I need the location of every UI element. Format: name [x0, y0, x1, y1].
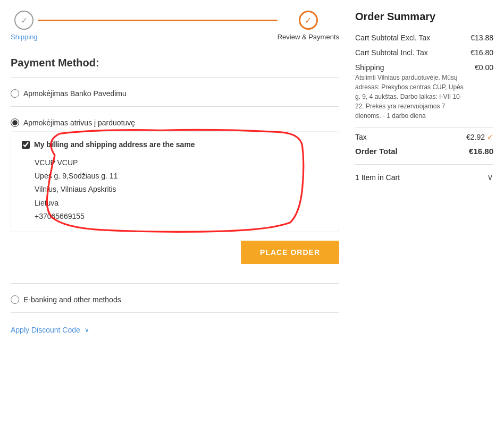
- item-cart-label: 1 Item in Cart: [355, 173, 400, 182]
- subtotal-excl-row: Cart Subtotal Excl. Tax €13.88: [355, 33, 493, 42]
- stepper: ✓ Shipping ✓ Review & Payments: [11, 11, 339, 41]
- divider-2: [11, 283, 339, 284]
- billing-same-label: My billing and shipping address are the …: [34, 140, 195, 149]
- tax-value: €2.92: [466, 133, 485, 141]
- subtotal-incl-row: Cart Subtotal Incl. Tax €16.80: [355, 48, 493, 57]
- item-cart-row[interactable]: 1 Item in Cart ∨: [355, 164, 493, 184]
- discount-code-row[interactable]: Apply Discount Code ∨: [11, 318, 339, 342]
- summary-divider: [355, 127, 493, 128]
- item-cart-chevron-icon: ∨: [487, 172, 493, 182]
- payment-pickup-label: Apmokėjimas atrivus į parduotuvę: [23, 118, 135, 127]
- subtotal-incl-value: €16.80: [471, 48, 493, 57]
- address-city: Vilnius, Vilniaus Apskritis: [35, 183, 328, 196]
- place-order-row: PLACE ORDER: [11, 241, 339, 264]
- radio-bank[interactable]: [11, 89, 19, 98]
- radio-ebanking[interactable]: [11, 295, 19, 304]
- address-name: VCUP VCUP: [35, 156, 328, 169]
- step-line: [38, 20, 278, 21]
- payment-option-pickup[interactable]: Apmokėjimas atrivus į parduotuvę My bill…: [11, 112, 339, 278]
- order-total-label: Order Total: [355, 147, 398, 156]
- address-street: Upės g. 9,Sodžiaus g. 11: [35, 169, 328, 183]
- subtotal-excl-value: €13.88: [471, 33, 493, 42]
- discount-label: Apply Discount Code: [11, 326, 80, 334]
- step-shipping: ✓ Shipping: [11, 11, 38, 41]
- tax-label: Tax: [355, 133, 367, 141]
- payment-option-ebanking[interactable]: E-banking and other methods: [11, 289, 339, 307]
- payment-option-bank[interactable]: Apmokėjimas Banko Pavedimu: [11, 83, 339, 101]
- order-summary-title: Order Summary: [355, 11, 493, 23]
- order-total-value: €16.80: [469, 147, 493, 156]
- shipping-value: €0.00: [475, 63, 493, 72]
- payment-ebanking-label: E-banking and other methods: [23, 295, 121, 304]
- step-review-circle: ✓: [299, 11, 318, 30]
- tax-chevron-icon[interactable]: ✓: [487, 133, 493, 141]
- address-box: My billing and shipping address are the …: [11, 131, 339, 232]
- tax-value-row: €2.92 ✓: [466, 133, 493, 141]
- step-shipping-label: Shipping: [11, 33, 38, 41]
- order-total-row: Order Total €16.80: [355, 147, 493, 156]
- shipping-note: Atsiimti Vilniaus parduotuvėje. Mūsų adr…: [355, 73, 469, 121]
- billing-checkbox[interactable]: [22, 141, 30, 149]
- main-content: ✓ Shipping ✓ Review & Payments Payment M…: [11, 11, 339, 342]
- place-order-button[interactable]: PLACE ORDER: [241, 241, 339, 264]
- radio-pickup[interactable]: [11, 118, 19, 127]
- tax-row: Tax €2.92 ✓: [355, 133, 493, 141]
- subtotal-excl-label: Cart Subtotal Excl. Tax: [355, 33, 465, 42]
- order-summary-sidebar: Order Summary Cart Subtotal Excl. Tax €1…: [355, 11, 493, 342]
- step-shipping-circle: ✓: [14, 11, 33, 30]
- address-phone: +37065669155: [35, 210, 328, 223]
- address-details: VCUP VCUP Upės g. 9,Sodžiaus g. 11 Vilni…: [35, 156, 328, 223]
- billing-same-check[interactable]: My billing and shipping address are the …: [22, 140, 328, 149]
- payment-bank-label: Apmokėjimas Banko Pavedimu: [23, 89, 127, 98]
- payment-method-title: Payment Method:: [11, 57, 339, 69]
- shipping-row: Shipping Atsiimti Vilniaus parduotuvėje.…: [355, 63, 493, 121]
- step-review-label: Review & Payments: [278, 33, 339, 41]
- divider-3: [11, 312, 339, 313]
- shipping-label: Shipping: [355, 63, 469, 72]
- step-review: ✓ Review & Payments: [278, 11, 339, 41]
- divider-1: [11, 106, 339, 107]
- subtotal-incl-label: Cart Subtotal Incl. Tax: [355, 48, 465, 57]
- divider-top: [11, 77, 339, 78]
- address-country: Lietuva: [35, 197, 328, 210]
- chevron-down-icon: ∨: [85, 326, 89, 334]
